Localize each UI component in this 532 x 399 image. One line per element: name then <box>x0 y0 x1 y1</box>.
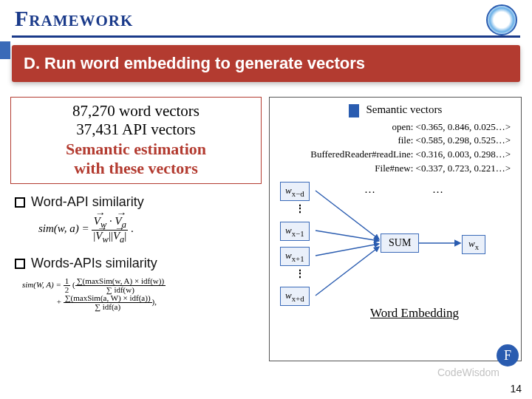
bullet-square-icon <box>15 259 25 269</box>
bullet-words-apis: Words-APIs similarity <box>15 256 257 271</box>
bullet-text-2: Words-APIs similarity <box>31 256 157 271</box>
diagram-box: Semantic vectors open: <0.365, 0.846, 0.… <box>269 97 522 361</box>
formula-sim-wa: sim(w, a) = →Vw · →Va |→Vw||→Va| . <box>38 216 262 244</box>
formula2-plus: + <box>57 297 61 306</box>
banner-text: D. Run word embedding to generate vector… <box>24 54 508 73</box>
sv-line-file: file: <0.585, 0.298, 0.525…> <box>277 134 514 148</box>
bullet-word-api: Word-API similarity <box>15 194 257 210</box>
formula-sim-WA: sim(W, A) = 12 ( ∑(maxSim(w, A) × idf(w)… <box>22 277 262 311</box>
f-badge-icon: F <box>497 344 519 366</box>
sidebar-tab <box>0 41 10 59</box>
formula1-tail: . <box>131 223 134 235</box>
stat-estimation-b: with these vectors <box>17 160 255 177</box>
title-underline <box>12 35 520 38</box>
embedding-graph: wx−d ⋮ wx−1 wx+1 ⋮ wx+d … … SUM wx <box>277 182 514 337</box>
formula2-t2d: ∑ idf(a) <box>64 303 152 311</box>
sv-line-open: open: <0.365, 0.846, 0.025…> <box>277 120 514 134</box>
page-title: Framework <box>15 6 517 31</box>
formula1-lhs: sim(w, a) = <box>38 223 89 235</box>
stat-estimation-a: Semantic estimation <box>17 140 255 158</box>
bullet-text-1: Word-API similarity <box>31 194 144 210</box>
stat-word-vectors: 87,270 word vectors <box>17 102 255 120</box>
sv-line-filenew: File#new: <0.337, 0.723, 0.221…> <box>277 162 514 176</box>
stat-api-vectors: 37,431 API vectors <box>17 120 255 139</box>
stats-box: 87,270 word vectors 37,431 API vectors S… <box>10 97 262 184</box>
formula2-tail: ), <box>152 297 157 306</box>
formula2-lhs: sim(W, A) = <box>22 280 61 289</box>
sv-title-text: Semantic vectors <box>366 103 442 115</box>
page-number: 14 <box>510 383 522 395</box>
watermark-text: CodeWisdom <box>437 366 499 378</box>
semantic-vectors-title: Semantic vectors <box>277 103 514 117</box>
bullet-square-icon <box>15 197 25 208</box>
section-banner: D. Run word embedding to generate vector… <box>12 45 520 82</box>
document-icon <box>349 104 359 117</box>
sv-line-buffreader: BufferedReader#readLine: <0.316, 0.003, … <box>277 148 514 162</box>
diagram-label: Word Embedding <box>370 306 459 321</box>
university-logo-icon <box>486 4 517 35</box>
